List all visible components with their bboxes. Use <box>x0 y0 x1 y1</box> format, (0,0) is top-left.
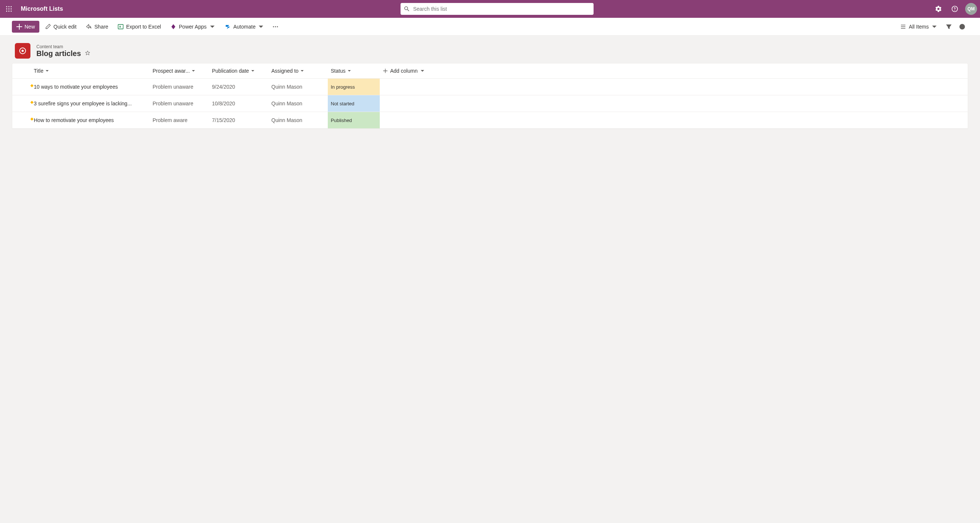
plus-icon <box>16 24 22 30</box>
items-table: Title Prospect awar... Publication date … <box>12 63 968 129</box>
cell-prospect[interactable]: Problem aware <box>150 112 209 129</box>
cell-assigned[interactable]: Quinn Mason <box>268 95 328 112</box>
chevron-down-icon <box>251 69 255 73</box>
cell-prospect[interactable]: Problem unaware <box>150 95 209 112</box>
cell-empty <box>380 79 968 95</box>
filter-icon <box>945 23 952 30</box>
search-box[interactable] <box>401 3 593 15</box>
cell-title[interactable]: 3 surefire signs your employee is lackin… <box>31 95 150 112</box>
chevron-down-icon <box>209 23 216 30</box>
list-header: Content team Blog articles <box>0 36 980 63</box>
svg-point-1 <box>8 6 10 8</box>
export-label: Export to Excel <box>126 24 161 30</box>
info-icon <box>959 23 966 30</box>
help-icon[interactable] <box>947 2 962 16</box>
cell-assigned[interactable]: Quinn Mason <box>268 79 328 95</box>
svg-point-12 <box>277 26 278 27</box>
chevron-down-icon <box>931 23 938 30</box>
cell-assigned[interactable]: Quinn Mason <box>268 112 328 129</box>
power-apps-button[interactable]: Power Apps <box>166 21 220 33</box>
cell-empty <box>380 95 968 112</box>
svg-point-7 <box>8 11 10 12</box>
column-header-publication[interactable]: Publication date <box>209 63 268 79</box>
svg-point-6 <box>6 11 8 12</box>
cell-publication[interactable]: 9/24/2020 <box>209 79 268 95</box>
share-button[interactable]: Share <box>82 21 112 33</box>
column-header-select[interactable] <box>12 63 31 79</box>
column-header-title[interactable]: Title <box>31 63 150 79</box>
quick-edit-label: Quick edit <box>54 24 76 30</box>
cell-title[interactable]: How to remotivate your employees <box>31 112 150 129</box>
chevron-down-icon <box>300 69 304 73</box>
cell-empty <box>380 112 968 129</box>
chevron-down-icon <box>45 69 49 73</box>
filter-button[interactable] <box>943 21 955 33</box>
cell-publication[interactable]: 7/15/2020 <box>209 112 268 129</box>
automate-label: Automate <box>234 24 256 30</box>
more-icon <box>272 23 279 30</box>
cell-status[interactable]: Published <box>328 112 380 129</box>
svg-rect-9 <box>118 24 123 29</box>
app-title: Microsoft Lists <box>21 6 63 12</box>
svg-point-4 <box>8 8 10 10</box>
table-row[interactable]: How to remotivate your employees Problem… <box>12 112 968 129</box>
cell-select[interactable] <box>12 112 31 129</box>
cell-select[interactable] <box>12 95 31 112</box>
excel-icon <box>117 23 124 30</box>
site-name[interactable]: Content team <box>37 44 91 49</box>
app-header: Microsoft Lists QM <box>0 0 980 18</box>
info-button[interactable] <box>956 21 968 33</box>
power-apps-icon <box>170 23 177 30</box>
list-title: Blog articles <box>37 49 81 58</box>
more-commands-button[interactable] <box>269 21 282 33</box>
new-button-label: New <box>24 24 35 30</box>
star-icon <box>84 50 91 56</box>
share-label: Share <box>94 24 108 30</box>
chevron-down-icon <box>420 68 425 73</box>
svg-point-11 <box>275 26 276 27</box>
view-selector-button[interactable]: All Items <box>896 21 942 33</box>
svg-point-10 <box>273 26 274 27</box>
table-row[interactable]: 10 ways to motivate your employees Probl… <box>12 79 968 95</box>
svg-point-2 <box>11 6 12 8</box>
user-avatar[interactable]: QM <box>965 3 977 15</box>
column-header-prospect[interactable]: Prospect awar... <box>150 63 209 79</box>
search-icon <box>404 6 410 12</box>
column-header-status[interactable]: Status <box>328 63 380 79</box>
automate-button[interactable]: Automate <box>221 21 268 33</box>
chevron-down-icon <box>258 23 264 30</box>
search-input[interactable] <box>413 6 590 12</box>
svg-point-15 <box>22 50 24 52</box>
share-icon <box>85 23 92 30</box>
svg-point-3 <box>6 8 8 10</box>
cell-status[interactable]: In progress <box>328 79 380 95</box>
list-icon <box>15 43 30 59</box>
cell-select[interactable] <box>12 79 31 95</box>
settings-icon[interactable] <box>931 2 946 16</box>
automate-icon <box>224 23 231 30</box>
column-header-add[interactable]: Add column <box>380 63 968 79</box>
chevron-down-icon <box>191 69 196 73</box>
favorite-button[interactable] <box>84 50 91 57</box>
power-apps-label: Power Apps <box>179 24 207 30</box>
export-button[interactable]: Export to Excel <box>114 21 165 33</box>
new-button[interactable]: New <box>12 21 39 33</box>
cell-status[interactable]: Not started <box>328 95 380 112</box>
app-launcher-icon[interactable] <box>3 3 15 15</box>
column-header-row: Title Prospect awar... Publication date … <box>12 63 968 79</box>
cell-publication[interactable]: 10/8/2020 <box>209 95 268 112</box>
cell-prospect[interactable]: Problem unaware <box>150 79 209 95</box>
svg-point-5 <box>11 8 12 10</box>
edit-icon <box>45 23 51 30</box>
chevron-down-icon <box>347 69 352 73</box>
view-label: All Items <box>909 24 929 30</box>
quick-edit-button[interactable]: Quick edit <box>41 21 80 33</box>
svg-point-0 <box>6 6 8 8</box>
table-container: Title Prospect awar... Publication date … <box>12 63 968 129</box>
cell-title[interactable]: 10 ways to motivate your employees <box>31 79 150 95</box>
column-header-assigned[interactable]: Assigned to <box>268 63 328 79</box>
svg-point-8 <box>11 11 12 12</box>
list-view-icon <box>900 23 907 30</box>
plus-icon <box>383 68 388 73</box>
table-row[interactable]: 3 surefire signs your employee is lackin… <box>12 95 968 112</box>
